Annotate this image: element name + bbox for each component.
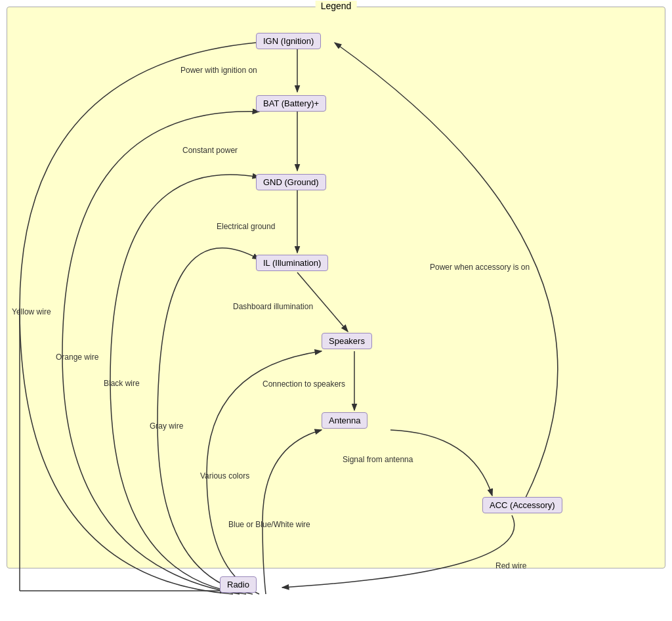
node-ant: Antenna — [322, 412, 368, 429]
label-signal-antenna: Signal from antenna — [343, 455, 413, 464]
label-red-wire: Red wire — [495, 561, 526, 570]
label-connection-speakers: Connection to speakers — [262, 379, 345, 389]
label-various-colors: Various colors — [200, 471, 249, 481]
node-radio: Radio — [220, 576, 257, 593]
label-black-wire: Black wire — [104, 379, 140, 388]
node-il: IL (Illumination) — [256, 255, 328, 271]
label-power-ignition: Power with ignition on — [180, 66, 257, 75]
legend-box: Legend — [7, 7, 665, 568]
legend-title: Legend — [316, 1, 357, 11]
node-acc: ACC (Accessory) — [482, 497, 562, 513]
label-constant-power: Constant power — [182, 146, 238, 155]
label-gray-wire: Gray wire — [150, 421, 183, 431]
diagram-container: Legend — [0, 0, 672, 621]
label-power-accessory: Power when accessory is on — [430, 263, 530, 272]
label-dashboard-illumination: Dashboard illumination — [233, 302, 313, 311]
node-bat: BAT (Battery)+ — [256, 95, 326, 112]
label-blue-white-wire: Blue or Blue/White wire — [228, 520, 310, 529]
label-orange-wire: Orange wire — [56, 353, 98, 362]
node-ign: IGN (Ignition) — [256, 33, 321, 49]
node-spk: Speakers — [322, 333, 372, 349]
label-yellow-wire: Yellow wire — [12, 307, 51, 316]
node-gnd: GND (Ground) — [256, 174, 326, 190]
label-electrical-ground: Electrical ground — [217, 222, 275, 231]
